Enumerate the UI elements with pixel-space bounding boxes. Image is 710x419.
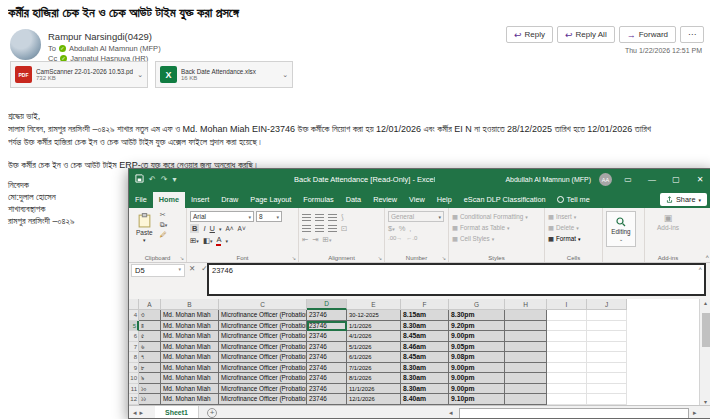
- cell-J9[interactable]: [587, 363, 627, 374]
- prev-sheet-icon[interactable]: ◂: [133, 409, 137, 417]
- cell-I7[interactable]: [547, 342, 587, 353]
- font-color-icon[interactable]: A: [216, 235, 221, 246]
- column-header-j[interactable]: J: [587, 299, 627, 310]
- cell-E4[interactable]: 30-12-2025: [347, 310, 401, 321]
- cell-F8[interactable]: 8.45am: [401, 352, 449, 363]
- row-header-6[interactable]: 6: [129, 331, 139, 342]
- cell-D7[interactable]: 23746: [307, 342, 347, 353]
- account-avatar[interactable]: AA: [599, 173, 612, 186]
- addins-button[interactable]: ▣ Add-ins: [648, 211, 688, 233]
- cell-A6[interactable]: ৫: [139, 331, 161, 342]
- cell-D5[interactable]: 23746: [307, 321, 347, 332]
- row-header-8[interactable]: 8: [129, 352, 139, 363]
- qat-customize-icon[interactable]: ▾: [172, 175, 176, 184]
- cells-item-insert[interactable]: ▦Insert▾: [548, 211, 599, 222]
- cells-item-delete[interactable]: ▦Delete▾: [548, 222, 599, 233]
- column-header-f[interactable]: F: [401, 299, 449, 310]
- attachment-expand-chevron-icon[interactable]: ⌄: [282, 71, 288, 79]
- row-header-12[interactable]: 12: [129, 394, 139, 405]
- accounting-format-icon[interactable]: $▾: [388, 224, 395, 233]
- cell-B5[interactable]: Md. Mohan Miah: [161, 321, 219, 332]
- cell-I10[interactable]: [547, 373, 587, 384]
- worksheet-grid[interactable]: ABCDEFGHIJ 4৩Md. Mohan MiahMicrofinance …: [129, 299, 701, 405]
- decrease-decimal-icon[interactable]: ←.0: [406, 235, 417, 241]
- copy-icon[interactable]: ⧉▾: [160, 221, 168, 229]
- attachment-chip[interactable]: PDFCamScanner 22-01-2026 10.53.pdf732 KB…: [10, 61, 148, 88]
- ribbon-tab-draw[interactable]: Draw: [215, 192, 244, 208]
- ribbon-tab-file[interactable]: File: [129, 192, 153, 208]
- cut-icon[interactable]: ✂: [160, 211, 168, 219]
- cell-C5[interactable]: Microfinance Officer (Probationar: [219, 321, 307, 332]
- collapse-ribbon-icon[interactable]: ˄: [705, 254, 709, 260]
- cell-E9[interactable]: 7/1/2026: [347, 363, 401, 374]
- row-header-4[interactable]: 4: [129, 310, 139, 321]
- ribbon-tab-page-layout[interactable]: Page Layout: [244, 192, 297, 208]
- hscroll-left-icon[interactable]: ◂: [449, 409, 453, 417]
- italic-button[interactable]: I: [203, 224, 205, 233]
- cell-D4[interactable]: 23746: [307, 310, 347, 321]
- cell-E6[interactable]: 4/1/2026: [347, 331, 401, 342]
- cell-H7[interactable]: [505, 342, 547, 353]
- cell-I9[interactable]: [547, 363, 587, 374]
- font-dialog-launcher[interactable]: ↘: [292, 255, 296, 261]
- increase-decimal-icon[interactable]: .00→: [388, 235, 402, 241]
- cell-C10[interactable]: Microfinance Officer (Probationar: [219, 373, 307, 384]
- next-sheet-icon[interactable]: ▸: [140, 409, 144, 417]
- ribbon-tab-insert[interactable]: Insert: [185, 192, 215, 208]
- cell-C4[interactable]: Microfinance Officer (Probationar: [219, 310, 307, 321]
- cell-F10[interactable]: 8.30am: [401, 373, 449, 384]
- cell-H10[interactable]: [505, 373, 547, 384]
- cell-F11[interactable]: 8.30am: [401, 384, 449, 395]
- cell-F12[interactable]: 8.40am: [401, 394, 449, 405]
- ribbon-tab-escan-dlp-classification[interactable]: eScan DLP Classification: [458, 192, 552, 208]
- cell-F7[interactable]: 8.46am: [401, 342, 449, 353]
- cell-J8[interactable]: [587, 352, 627, 363]
- cell-E7[interactable]: 5/1/2026: [347, 342, 401, 353]
- cell-E8[interactable]: 6/1/2026: [347, 352, 401, 363]
- align-left-icon[interactable]: [302, 225, 311, 232]
- cell-E12[interactable]: 12/1/2026: [347, 394, 401, 405]
- underline-button[interactable]: U: [210, 224, 215, 233]
- vertical-scrollbar[interactable]: ▴▾: [699, 299, 710, 405]
- cell-H11[interactable]: [505, 384, 547, 395]
- font-size-select[interactable]: 8▾: [256, 211, 282, 222]
- styles-item-cell-styles[interactable]: ▦Cell Styles▾: [452, 233, 541, 244]
- clipboard-dialog-launcher[interactable]: ↘: [180, 255, 184, 261]
- horizontal-scrollbar[interactable]: [459, 408, 689, 419]
- hscroll-right-icon[interactable]: ▸: [693, 409, 697, 417]
- comma-style-icon[interactable]: ,: [409, 224, 411, 233]
- align-bottom-icon[interactable]: [328, 214, 337, 221]
- attachment-chip[interactable]: XBack Date Attendance.xlsx16 KB⌄: [155, 61, 293, 88]
- ribbon-tab-formulas[interactable]: Formulas: [297, 192, 339, 208]
- row-header-9[interactable]: 9: [129, 363, 139, 374]
- cell-D8[interactable]: 23746: [307, 352, 347, 363]
- redo-icon[interactable]: ↷: [161, 175, 168, 184]
- cell-G10[interactable]: 9.00pm: [449, 373, 505, 384]
- format-painter-icon[interactable]: 🖉: [160, 231, 168, 238]
- column-header-a[interactable]: A: [139, 299, 161, 310]
- cell-A9[interactable]: ৮: [139, 363, 161, 374]
- cell-B10[interactable]: Md. Mohan Miah: [161, 373, 219, 384]
- cell-I6[interactable]: [547, 331, 587, 342]
- cell-C11[interactable]: Microfinance Officer (Probationar: [219, 384, 307, 395]
- tell-me-box[interactable]: Tell me: [552, 192, 595, 208]
- cell-F5[interactable]: 8.30am: [401, 321, 449, 332]
- cell-C12[interactable]: Microfinance Officer (Probationar: [219, 394, 307, 405]
- font-name-select[interactable]: Arial▾: [190, 211, 254, 222]
- cell-H9[interactable]: [505, 363, 547, 374]
- maximize-icon[interactable]: ▢: [668, 175, 684, 184]
- cell-J10[interactable]: [587, 373, 627, 384]
- reply-all-button[interactable]: ↩ Reply All: [557, 26, 615, 43]
- orientation-icon[interactable]: ⟆: [341, 213, 344, 222]
- undo-icon[interactable]: ↶: [149, 175, 156, 184]
- column-header-c[interactable]: C: [219, 299, 307, 310]
- borders-icon[interactable]: ⊞▾: [190, 236, 199, 245]
- cell-E5[interactable]: 1/1/2026: [347, 321, 401, 332]
- number-dialog-launcher[interactable]: ↘: [442, 255, 446, 261]
- cell-G9[interactable]: 9.00pm: [449, 363, 505, 374]
- column-header-b[interactable]: B: [161, 299, 219, 310]
- cell-I12[interactable]: [547, 394, 587, 405]
- cell-I11[interactable]: [547, 384, 587, 395]
- ribbon-tab-home[interactable]: Home: [153, 192, 185, 208]
- cell-G12[interactable]: 9.10pm: [449, 394, 505, 405]
